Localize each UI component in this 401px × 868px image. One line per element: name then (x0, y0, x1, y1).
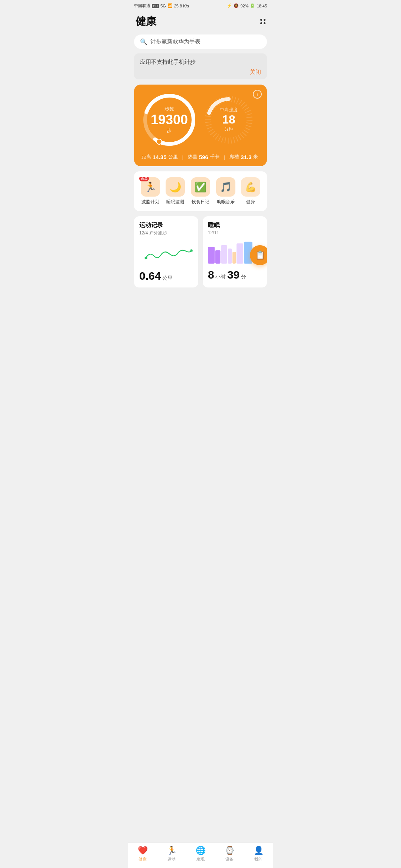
vip-badge: 会员 (139, 177, 149, 181)
quick-icon-0: 会员 🏃 (141, 177, 160, 197)
distance-stat: 距离 14.35 公里 (141, 154, 178, 160)
exercise-card-value: 0.64 公里 (139, 270, 193, 282)
sleep-minutes-unit: 分 (241, 274, 246, 280)
calories-unit: 千卡 (210, 154, 219, 160)
sleep-card-value: 8 小时 39 分 (208, 269, 262, 281)
svg-rect-8 (215, 250, 221, 263)
svg-rect-12 (237, 243, 243, 263)
quick-label-1: 睡眠监测 (166, 199, 184, 205)
exercise-card-title: 运动记录 (139, 221, 193, 229)
network-type: 5G (160, 4, 166, 8)
stats-row: 距离 14.35 公里 | 热量 596 千卡 | 爬楼 31.3 米 (141, 154, 260, 160)
signal-icon: 📶 (167, 3, 173, 8)
cards-row: 运动记录 12/4 户外跑步 0.64 公里 睡眠 12/11 (134, 216, 267, 287)
exercise-distance-value: 0.64 (139, 270, 161, 282)
status-bar: 中国联通 HD 5G 📶 25.8 K/s ⚡ 🔕 92% 🔋 18:45 (128, 0, 273, 10)
svg-rect-10 (228, 249, 232, 264)
svg-rect-11 (232, 252, 236, 264)
quick-icon-4: 💪 (241, 177, 260, 197)
route-map (139, 240, 193, 266)
bluetooth-icon: ⚡ (227, 3, 232, 8)
calories-value: 596 (199, 154, 208, 160)
distance-value: 14.35 (153, 154, 167, 160)
steps-value: 19300 (151, 112, 188, 127)
battery-icon: 🔋 (250, 3, 255, 8)
status-right: ⚡ 🔕 92% 🔋 18:45 (227, 3, 267, 8)
distance-label: 距离 (141, 154, 151, 160)
calories-label: 热量 (188, 154, 198, 160)
distance-unit: 公里 (168, 154, 178, 160)
carrier-text: 中国联通 (134, 3, 150, 9)
warning-message: 应用不支持此手机计步 (140, 59, 261, 66)
steps-label: 步数 (151, 106, 188, 112)
fab-icon: 📋 (255, 250, 265, 260)
mute-icon: 🔕 (234, 3, 239, 8)
fab-button[interactable]: 📋 (250, 245, 267, 265)
quick-menu: 会员 🏃 减脂计划 🌙 睡眠监测 ✅ 饮食日记 🎵 助眠音乐 (134, 171, 267, 211)
quick-icon-3: 🎵 (216, 177, 235, 197)
steps-card: i 步数 19300 步 (134, 85, 267, 166)
quick-item-4[interactable]: 💪 健身 (239, 177, 263, 205)
floor-label: 爬楼 (229, 154, 239, 160)
more-menu-button[interactable] (260, 19, 265, 24)
quick-label-3: 助眠音乐 (217, 199, 235, 205)
intensity-circle: 中高强度 18 分钟 (205, 96, 253, 144)
steps-circles: 步数 19300 步 中高强度 18 分钟 (141, 92, 260, 148)
warning-close-button[interactable]: 关闭 (140, 69, 261, 76)
quick-label-0: 减脂计划 (141, 199, 159, 205)
quick-label-2: 饮食日记 (192, 199, 209, 205)
battery-text: 92% (240, 4, 248, 8)
svg-rect-9 (221, 245, 227, 264)
sleep-card[interactable]: 睡眠 12/11 (203, 216, 267, 287)
svg-point-6 (190, 249, 193, 252)
floor-value: 31.3 (241, 154, 251, 160)
divider1: | (182, 154, 183, 160)
search-placeholder: 计步赢新款华为手表 (150, 38, 200, 45)
sleep-card-title: 睡眠 (208, 221, 262, 229)
quick-item-0[interactable]: 会员 🏃 减脂计划 (138, 177, 162, 205)
sleep-hours-value: 8 (208, 269, 214, 281)
hd-badge: HD (152, 4, 159, 8)
intensity-value: 18 (220, 113, 238, 126)
status-left: 中国联通 HD 5G 📶 25.8 K/s (134, 3, 189, 9)
search-bar[interactable]: 🔍 计步赢新款华为手表 (134, 34, 267, 49)
time-text: 18:45 (257, 4, 267, 8)
intensity-inner: 中高强度 18 分钟 (220, 107, 238, 132)
divider2: | (224, 154, 225, 160)
speed-text: 25.8 K/s (174, 4, 189, 8)
intensity-unit: 分钟 (220, 126, 238, 133)
steps-unit: 步 (151, 127, 188, 134)
warning-banner: 应用不支持此手机计步 关闭 (134, 53, 267, 79)
quick-icon-2: ✅ (191, 177, 210, 197)
sleep-card-subtitle: 12/11 (208, 230, 262, 235)
exercise-distance-unit: 公里 (162, 275, 173, 281)
calories-stat: 热量 596 千卡 (188, 154, 219, 160)
steps-inner: 步数 19300 步 (151, 106, 188, 134)
floor-unit: 米 (253, 154, 258, 160)
app-header: 健康 (128, 10, 273, 32)
quick-item-3[interactable]: 🎵 助眠音乐 (214, 177, 238, 205)
info-button[interactable]: i (253, 90, 262, 99)
quick-item-1[interactable]: 🌙 睡眠监测 (164, 177, 188, 205)
floor-stat: 爬楼 31.3 米 (229, 154, 258, 160)
search-icon: 🔍 (140, 38, 147, 45)
quick-item-2[interactable]: ✅ 饮食日记 (189, 177, 212, 205)
svg-rect-7 (208, 247, 215, 263)
quick-icon-1: 🌙 (166, 177, 185, 197)
sleep-hours-unit: 小时 (215, 274, 226, 280)
exercise-card-subtitle: 12/4 户外跑步 (139, 230, 193, 236)
exercise-card[interactable]: 运动记录 12/4 户外跑步 0.64 公里 (134, 216, 198, 287)
svg-point-5 (145, 257, 147, 259)
steps-circle: 步数 19300 步 (141, 92, 197, 148)
intensity-label: 中高强度 (220, 107, 238, 113)
page-title: 健康 (136, 14, 156, 29)
quick-menu-items: 会员 🏃 减脂计划 🌙 睡眠监测 ✅ 饮食日记 🎵 助眠音乐 (138, 177, 263, 205)
search-container: 🔍 计步赢新款华为手表 (128, 32, 273, 53)
sleep-minutes-value: 39 (227, 269, 239, 281)
quick-label-4: 健身 (246, 199, 255, 205)
